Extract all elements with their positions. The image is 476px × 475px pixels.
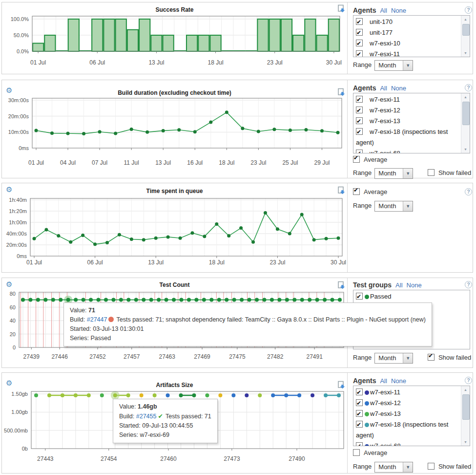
scroll-down-icon[interactable]: ▼ [461, 49, 470, 57]
checkbox[interactable] [356, 50, 363, 57]
list-item[interactable]: w7-esxi-13 [356, 116, 459, 127]
svg-text:100.0%: 100.0% [11, 16, 29, 22]
export-chart-icon[interactable] [337, 4, 346, 13]
scrollbar[interactable]: ▲▼ [461, 93, 470, 153]
build-link[interactable]: #27455 [136, 413, 157, 420]
average-checkbox[interactable] [353, 188, 360, 195]
list-item[interactable]: w7-esxi-11 [356, 387, 459, 398]
checkbox[interactable] [356, 442, 363, 446]
show-failed-checkbox[interactable] [428, 463, 435, 470]
range-row: RangeMonth▼ Show failed [353, 462, 471, 473]
scroll-down-icon[interactable]: ▼ [461, 146, 470, 153]
failed-status-icon [108, 317, 114, 322]
checkbox[interactable] [356, 40, 363, 46]
range-select[interactable]: Month▼ [374, 201, 413, 212]
scrollbar[interactable]: ▲▼ [461, 16, 470, 57]
list-item[interactable]: unit-170 [356, 17, 459, 27]
checkbox[interactable] [356, 29, 363, 36]
scroll-down-icon[interactable]: ▼ [461, 438, 470, 446]
list-item[interactable]: w7-esxi-68 [356, 148, 459, 153]
svg-text:30 Jul: 30 Jul [326, 59, 342, 66]
svg-text:20m:00s: 20m:00s [8, 113, 29, 119]
checkbox[interactable] [356, 399, 363, 406]
list-item[interactable]: unit-177 [356, 27, 459, 38]
artifacts-size-widget: ⚙ Artifacts Size 0b500.00mb1.00gb1.50gb2… [1, 372, 473, 474]
range-select[interactable]: Month▼ [374, 353, 413, 364]
svg-text:0ms: 0ms [19, 145, 29, 151]
scroll-thumb[interactable] [462, 394, 470, 420]
checkbox[interactable] [356, 128, 363, 135]
average-checkbox[interactable] [353, 449, 360, 456]
svg-text:20m:00s: 20m:00s [6, 242, 27, 248]
checkbox[interactable] [356, 18, 363, 25]
chart-tooltip: Value: 1.46gb Build: #27455✔Tests passed… [113, 399, 218, 443]
checkbox[interactable] [356, 117, 363, 124]
list-item[interactable]: w7-esxi-10 [356, 38, 459, 49]
scroll-up-icon[interactable]: ▲ [461, 386, 470, 393]
list-item[interactable]: Passed [356, 291, 467, 302]
export-chart-icon[interactable] [337, 281, 346, 290]
list-item[interactable]: w7-esxi-11 [356, 94, 459, 105]
svg-text:29 Jul: 29 Jul [314, 159, 330, 166]
range-select[interactable]: Month▼ [374, 462, 413, 473]
success-rate-chart[interactable]: 0.0%50.0%100.0%01 Jul06 Jul13 Jul18 Jul2… [2, 2, 350, 75]
select-none-link[interactable]: None [407, 281, 422, 289]
svg-text:1.00gb: 1.00gb [11, 409, 28, 415]
select-all-link[interactable]: All [380, 85, 387, 92]
show-failed-checkbox[interactable] [428, 354, 435, 361]
select-all-link[interactable]: All [380, 377, 387, 385]
help-icon[interactable]: ? [465, 377, 472, 384]
select-none-link[interactable]: None [391, 7, 406, 14]
select-all-link[interactable]: All [380, 7, 387, 14]
build-duration-chart[interactable]: 0ms10m:00s20m:00s30m:00s01 Jul04 Jul07 J… [2, 80, 350, 179]
select-all-link[interactable]: All [395, 281, 402, 289]
checkbox[interactable] [356, 421, 363, 428]
export-chart-icon[interactable] [337, 186, 346, 195]
queue-time-chart[interactable]: 0ms20m:00s40m:00s1h:00m1h:20m1h:40m01 Ju… [2, 183, 350, 273]
scroll-thumb[interactable] [462, 102, 470, 125]
scrollbar[interactable]: ▲▼ [461, 386, 470, 446]
checkbox[interactable] [356, 107, 363, 113]
series-color-dot [365, 401, 369, 406]
range-select[interactable]: Month▼ [374, 60, 413, 71]
svg-text:40m:00s: 40m:00s [6, 231, 27, 237]
show-failed-checkbox[interactable] [428, 169, 435, 176]
scroll-up-icon[interactable]: ▲ [461, 16, 470, 23]
help-icon[interactable]: ? [465, 84, 472, 91]
list-item[interactable]: w7-esxi-11 [356, 49, 459, 57]
scroll-thumb[interactable] [462, 24, 470, 36]
list-item[interactable]: w7-esxi-18 (inspections test agent) [356, 419, 459, 441]
agents-panel: AgentsAllNone ? unit-170 unit-177 w7-esx… [353, 2, 470, 74]
scroll-up-icon[interactable]: ▲ [461, 93, 470, 101]
select-none-link[interactable]: None [391, 85, 406, 92]
export-chart-icon[interactable] [337, 381, 346, 389]
list-item[interactable]: w7-esxi-12 [356, 398, 459, 409]
list-item[interactable]: w7-esxi-68 [356, 441, 459, 446]
agents-listbox: w7-esxi-11 w7-esxi-12 w7-esxi-13 w7-esxi… [353, 93, 470, 153]
checkbox[interactable] [356, 389, 363, 395]
help-icon[interactable]: ? [465, 188, 472, 195]
help-icon[interactable]: ? [465, 281, 472, 288]
svg-text:11 Jul: 11 Jul [124, 159, 139, 166]
list-item[interactable]: w7-esxi-18 (inspections test agent) [356, 127, 459, 148]
range-row: RangeMonth▼ [353, 60, 413, 71]
build-link[interactable]: #27447 [87, 316, 107, 323]
svg-text:0.0%: 0.0% [17, 48, 29, 54]
panel-divider [347, 2, 348, 74]
list-item[interactable]: w7-esxi-13 [356, 409, 459, 419]
range-select[interactable]: Month▼ [374, 168, 413, 179]
panel-header: Agents [353, 377, 376, 385]
svg-text:27443: 27443 [37, 455, 54, 462]
checkbox[interactable] [356, 96, 363, 103]
help-icon[interactable]: ? [465, 6, 472, 14]
export-chart-icon[interactable] [337, 88, 346, 97]
checkbox[interactable] [356, 150, 363, 153]
svg-text:27460: 27460 [160, 455, 177, 462]
panel-divider [347, 183, 348, 272]
select-none-link[interactable]: None [391, 377, 406, 385]
chevron-down-icon: ▼ [403, 61, 413, 70]
checkbox[interactable] [356, 410, 363, 417]
list-item[interactable]: w7-esxi-12 [356, 105, 459, 116]
average-checkbox[interactable] [353, 156, 360, 163]
checkbox[interactable] [356, 293, 363, 300]
